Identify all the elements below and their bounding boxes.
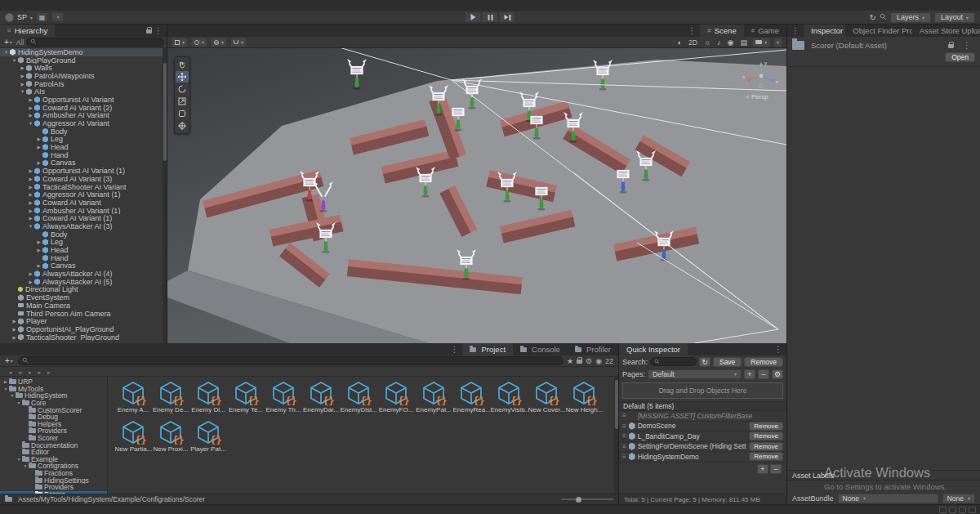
hierarchy-item[interactable]: ▶ Aggressor AI Variant (1): [0, 190, 167, 199]
quick-search-input[interactable]: [662, 358, 693, 366]
hierarchy-item[interactable]: Directional Light: [0, 286, 167, 294]
quick-inspector-item[interactable]: ≡ L_BanditCamp_Day Remove: [619, 431, 786, 442]
expand-arrow-icon[interactable]: ▶: [19, 82, 26, 87]
snap-dropdown[interactable]: ▾: [230, 38, 247, 47]
panel-menu[interactable]: ⋮: [142, 25, 167, 37]
account-avatar[interactable]: [5, 13, 14, 22]
hierarchy-item[interactable]: Hand: [0, 254, 167, 262]
panel-menu[interactable]: ⋮: [770, 343, 786, 355]
expand-arrow-icon[interactable]: ▼: [19, 89, 26, 94]
expand-arrow-icon[interactable]: ▶: [35, 248, 42, 253]
folder-row[interactable]: Providers: [0, 484, 107, 491]
effects-toggle-icon[interactable]: ◉: [726, 38, 736, 47]
hierarchy-item[interactable]: ▼ AIs: [0, 87, 167, 96]
open-asset-button[interactable]: Open: [945, 52, 975, 62]
play-button[interactable]: [465, 11, 482, 23]
rotate-tool[interactable]: [176, 83, 189, 95]
asset-item[interactable]: {} EnemyFO...: [377, 381, 415, 413]
folder-row[interactable]: Debug: [0, 413, 107, 421]
expand-arrow-icon[interactable]: ▶: [27, 200, 34, 205]
asset-item[interactable]: {} New Partia...: [114, 420, 152, 453]
remove-button[interactable]: Remove: [749, 452, 783, 461]
hierarchy-item[interactable]: ▶ Player: [0, 317, 167, 325]
folder-row[interactable]: ▼ Configrations: [0, 463, 107, 470]
drag-handle-icon[interactable]: ≡: [622, 432, 626, 440]
expand-arrow-icon[interactable]: ▶: [27, 185, 34, 190]
hierarchy-item[interactable]: Body: [0, 230, 167, 239]
breadcrumb-item[interactable]: [18, 368, 28, 376]
gear-icon[interactable]: ⚙: [586, 357, 592, 365]
asset-item[interactable]: {} New Heigh...: [565, 381, 603, 413]
refresh-button[interactable]: ↻: [699, 357, 710, 367]
tool-settings-dropdown[interactable]: ▾: [172, 38, 188, 47]
folder-row[interactable]: Editor: [0, 449, 107, 456]
hierarchy-item[interactable]: ▶ PatrolAIs: [0, 80, 167, 88]
list-remove-button[interactable]: −: [770, 464, 782, 474]
hierarchy-scrollbar[interactable]: [163, 48, 167, 343]
hierarchy-item[interactable]: ▼ BigPlayGround: [0, 56, 167, 65]
remove-button[interactable]: Remove: [749, 422, 783, 431]
quick-inspector-item[interactable]: ≡ [MISSING ASSET] CustomFilterBase: [619, 411, 786, 422]
lock-icon[interactable]: [146, 29, 152, 34]
expand-arrow-icon[interactable]: ▼: [16, 457, 22, 462]
expand-arrow-icon[interactable]: ▶: [19, 74, 26, 78]
search-filter-dropdown[interactable]: All: [16, 38, 24, 47]
hierarchy-item[interactable]: ▶ Head: [0, 143, 167, 151]
transform-tool[interactable]: [176, 120, 189, 132]
hierarchy-item[interactable]: ▶ TacticalShooter_PlayGround: [0, 333, 167, 342]
shading-mode-icon[interactable]: ◐: [676, 38, 684, 47]
add-page-button[interactable]: +: [744, 369, 755, 379]
add-gameobject-button[interactable]: +▾: [2, 38, 14, 47]
activity-icon[interactable]: [969, 507, 976, 513]
audio-toggle-icon[interactable]: ♪: [715, 38, 723, 47]
folder-row[interactable]: CustomScorer: [0, 406, 107, 413]
asset-item[interactable]: {} EnemyDar...: [302, 381, 340, 413]
asset-item[interactable]: {} Enemy De...: [152, 381, 189, 413]
expand-arrow-icon[interactable]: ▼: [11, 58, 18, 63]
hidden-count-icon[interactable]: ◉: [595, 357, 602, 365]
folder-row[interactable]: Documentation: [0, 441, 107, 449]
services-icon[interactable]: ▦: [36, 12, 48, 22]
project-searchbox[interactable]: [18, 356, 564, 365]
lock-icon[interactable]: [577, 360, 582, 364]
folder-row[interactable]: ▶ URP: [0, 378, 107, 386]
hierarchy-item[interactable]: ▶ Opportunist AI Variant (1): [0, 167, 167, 175]
asset-item[interactable]: {} New Proxi...: [152, 420, 189, 453]
expand-arrow-icon[interactable]: ▶: [35, 239, 42, 244]
settings-gear-button[interactable]: ⚙: [772, 369, 783, 379]
handle-rotation-dropdown[interactable]: ▾: [211, 38, 227, 47]
asset-item[interactable]: {} Enemy Th...: [265, 381, 302, 413]
quick-inspector-item[interactable]: ≡ HidingSystemDemo Remove: [619, 452, 786, 463]
pivot-dropdown[interactable]: ▾: [191, 38, 207, 47]
expand-arrow-icon[interactable]: ▼: [22, 463, 29, 468]
folder-row[interactable]: ▼ HidingSystem: [0, 392, 107, 400]
scene-visibility-icon[interactable]: ▤: [738, 38, 749, 47]
pages-dropdown[interactable]: Default ▾: [648, 369, 742, 379]
expand-arrow-icon[interactable]: ▶: [27, 105, 34, 110]
hierarchy-item[interactable]: ▶ Coward AI Variant: [0, 199, 167, 207]
bottom-panel-tab[interactable]: Project: [462, 343, 513, 355]
hierarchy-item[interactable]: ▶ Canvas: [0, 159, 167, 168]
hierarchy-item[interactable]: ▶ Leg: [0, 136, 167, 144]
expand-arrow-icon[interactable]: ▶: [35, 136, 42, 141]
expand-arrow-icon[interactable]: ▼: [27, 224, 34, 229]
gizmos-dropdown[interactable]: ▾: [773, 38, 782, 47]
remove-page-button[interactable]: Remove: [744, 357, 783, 367]
asset-item[interactable]: {} Player Pat...: [189, 420, 227, 453]
hierarchy-item[interactable]: Body: [0, 127, 167, 136]
expand-arrow-icon[interactable]: ▶: [27, 208, 34, 213]
inspector-tab[interactable]: Asset Store Uploa: [912, 25, 980, 37]
drag-handle-icon[interactable]: ≡: [622, 412, 626, 419]
tab-quick-inspector[interactable]: Quick Inspector: [619, 343, 688, 355]
hierarchy-item[interactable]: ▶ Coward AI Variant (3): [0, 175, 167, 183]
asset-item[interactable]: {} New Cover...: [528, 381, 565, 413]
hierarchy-item[interactable]: ▶ Head: [0, 246, 167, 254]
move-tool[interactable]: [176, 71, 189, 83]
mode-2d-toggle[interactable]: 2D: [687, 38, 699, 47]
camera-settings-dropdown[interactable]: ▾: [752, 38, 770, 47]
folder-row[interactable]: Fractions: [0, 470, 107, 477]
console-status-icon[interactable]: [959, 507, 966, 513]
asset-item[interactable]: {} Enemy Di...: [189, 381, 227, 413]
hierarchy-item[interactable]: ▶ Coward AI Variant (2): [0, 104, 167, 112]
layers-dropdown[interactable]: Layers ▾: [890, 12, 931, 23]
